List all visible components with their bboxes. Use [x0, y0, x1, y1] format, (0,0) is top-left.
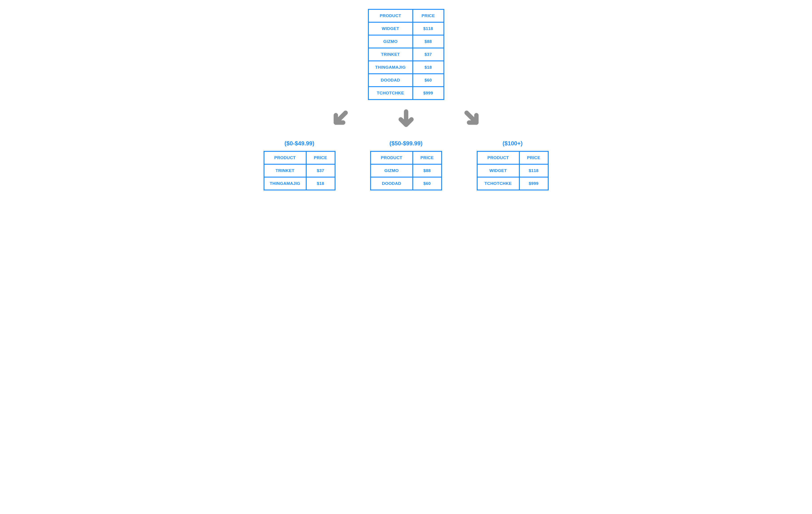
col-price-header: PRICE: [306, 151, 335, 164]
bucket-label: ($100+): [502, 140, 522, 147]
table-row: WIDGET $118: [477, 164, 548, 177]
bucket-mid: ($50-$99.99) PRODUCT PRICE GIZMO $88 DOO…: [359, 140, 453, 190]
cell-price: $18: [306, 177, 335, 190]
col-price-header: PRICE: [413, 9, 444, 22]
cell-price: $37: [413, 48, 444, 61]
col-price-header: PRICE: [413, 151, 442, 164]
cell-product: TRINKET: [264, 164, 306, 177]
cell-product: TCHOTCHKE: [368, 87, 413, 100]
arrow-down-icon: [373, 107, 439, 131]
cell-product: THINGAMAJIG: [264, 177, 306, 190]
source-table-container: PRODUCT PRICE WIDGET $118 GIZMO $88 TRIN…: [253, 9, 559, 100]
cell-price: $37: [306, 164, 335, 177]
bucket-table: PRODUCT PRICE TRINKET $37 THINGAMAJIG $1…: [264, 151, 336, 190]
cell-product: THINGAMAJIG: [368, 61, 413, 74]
table-row: TCHOTCHKE $999: [477, 177, 548, 190]
cell-price: $999: [519, 177, 548, 190]
col-product-header: PRODUCT: [371, 151, 413, 164]
table-row: TRINKET $37: [368, 48, 444, 61]
table-header-row: PRODUCT PRICE: [477, 151, 548, 164]
cell-product: DOODAD: [368, 74, 413, 87]
table-row: TCHOTCHKE $999: [368, 87, 444, 100]
table-row: GIZMO $88: [371, 164, 442, 177]
cell-product: TRINKET: [368, 48, 413, 61]
table-header-row: PRODUCT PRICE: [371, 151, 442, 164]
bucket-label: ($50-$99.99): [389, 140, 423, 147]
arrow-row: [306, 107, 506, 131]
cell-price: $60: [413, 74, 444, 87]
cell-product: GIZMO: [368, 35, 413, 48]
cell-product: WIDGET: [477, 164, 519, 177]
bucket-table: PRODUCT PRICE GIZMO $88 DOODAD $60: [370, 151, 442, 190]
cell-price: $88: [413, 164, 442, 177]
bucket-row: ($0-$49.99) PRODUCT PRICE TRINKET $37 TH…: [253, 140, 559, 190]
table-row: TRINKET $37: [264, 164, 335, 177]
cell-product: WIDGET: [368, 22, 413, 35]
table-row: THINGAMAJIG $18: [264, 177, 335, 190]
cell-product: GIZMO: [371, 164, 413, 177]
cell-price: $118: [413, 22, 444, 35]
source-table: PRODUCT PRICE WIDGET $118 GIZMO $88 TRIN…: [368, 9, 444, 100]
cell-price: $999: [413, 87, 444, 100]
col-product-header: PRODUCT: [368, 9, 413, 22]
table-row: WIDGET $118: [368, 22, 444, 35]
bucket-table: PRODUCT PRICE WIDGET $118 TCHOTCHKE $999: [477, 151, 549, 190]
table-row: GIZMO $88: [368, 35, 444, 48]
cell-price: $118: [519, 164, 548, 177]
col-price-header: PRICE: [519, 151, 548, 164]
bucketing-diagram: PRODUCT PRICE WIDGET $118 GIZMO $88 TRIN…: [253, 9, 559, 190]
cell-product: TCHOTCHKE: [477, 177, 519, 190]
arrow-down-left-icon: [306, 107, 373, 131]
table-row: THINGAMAJIG $18: [368, 61, 444, 74]
arrow-down-right-icon: [439, 107, 506, 131]
table-row: DOODAD $60: [368, 74, 444, 87]
table-header-row: PRODUCT PRICE: [264, 151, 335, 164]
table-row: DOODAD $60: [371, 177, 442, 190]
bucket-high: ($100+) PRODUCT PRICE WIDGET $118 TCHOTC…: [466, 140, 559, 190]
cell-price: $18: [413, 61, 444, 74]
cell-price: $88: [413, 35, 444, 48]
bucket-label: ($0-$49.99): [284, 140, 314, 147]
cell-price: $60: [413, 177, 442, 190]
col-product-header: PRODUCT: [477, 151, 519, 164]
col-product-header: PRODUCT: [264, 151, 306, 164]
table-header-row: PRODUCT PRICE: [368, 9, 444, 22]
bucket-low: ($0-$49.99) PRODUCT PRICE TRINKET $37 TH…: [253, 140, 346, 190]
cell-product: DOODAD: [371, 177, 413, 190]
